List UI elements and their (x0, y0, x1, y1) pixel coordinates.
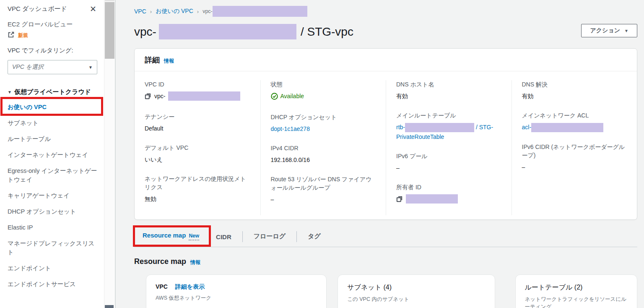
detail-label: IPv6 CIDR (ネットワークボーダーグループ) (522, 143, 628, 159)
sidebar-item-お使いの-vpc[interactable]: お使いの VPC (8, 103, 98, 112)
tab-resource-map[interactable]: Resource mapNew (134, 227, 208, 247)
sidebar-item-エンドポイントサービス[interactable]: エンドポイントサービス (8, 280, 98, 289)
new-badge: New (189, 233, 199, 240)
details-column: DNS 解決有効メインネットワーク ACLacl-IPv6 CIDR (ネットワ… (512, 80, 637, 215)
close-icon[interactable]: ✕ (90, 5, 96, 13)
detail-field: 状態Available (271, 80, 377, 102)
external-link-icon[interactable] (8, 31, 15, 40)
detail-label: IPv6 プール (396, 152, 502, 160)
scrollbar-thumb[interactable] (105, 2, 114, 59)
details-card: 詳細 情報 VPC IDvpc-テナンシーDefaultデフォルト VPCいいえ… (134, 48, 637, 220)
detail-value: 無効 (145, 194, 251, 204)
sidebar-section-vpc[interactable]: ▼ 仮想プライベートクラウド (8, 87, 98, 97)
card-title: VPC (156, 283, 168, 290)
card-title: サブネット (4) (347, 283, 485, 292)
status-available-icon (271, 93, 278, 100)
tab-タグ[interactable]: タグ (299, 227, 329, 247)
detail-field: VPC IDvpc- (145, 80, 251, 102)
detail-field: DHCP オプションセットdopt-1c1ae278 (271, 113, 377, 133)
breadcrumb-link-your-vpcs[interactable]: お使いの VPC (156, 8, 193, 15)
detail-label: IPv4 CIDR (271, 144, 377, 152)
details-grid: VPC IDvpc-テナンシーDefaultデフォルト VPCいいえネットワーク… (135, 71, 637, 219)
detail-label: デフォルト VPC (145, 144, 251, 152)
detail-field: IPv4 CIDR192.168.0.0/16 (271, 144, 377, 164)
scrollbar-up-button[interactable] (105, 0, 114, 1)
resource-map-card: VPC詳細を表示AWS 仮想ネットワーク (146, 274, 327, 308)
detail-value: acl- (522, 123, 628, 132)
detail-label: メインルートテーブル (396, 111, 502, 120)
detail-link[interactable]: dopt-1c1ae278 (271, 125, 310, 132)
detail-label: VPC ID (145, 80, 251, 89)
detail-value: Default (145, 124, 251, 133)
caret-down-icon: ▼ (88, 65, 93, 70)
sidebar-item-elastic-ip[interactable]: Elastic IP (8, 223, 98, 232)
tab-cidr[interactable]: CIDR (208, 228, 240, 247)
copy-value (396, 194, 458, 204)
resource-map-title: Resource map (134, 257, 186, 266)
detail-value: rtb- / STG-PrivateRouteTable (396, 123, 502, 141)
sidebar: VPC ダッシュボード ✕ EC2 グローバルビュー 新規 VPC でフィルタリ… (0, 0, 104, 308)
breadcrumb-link-vpc[interactable]: VPC (134, 8, 146, 15)
sidebar-item-dhcp-オプションセット[interactable]: DHCP オプションセット (8, 207, 98, 216)
sidebar-item-ec2-global-view[interactable]: EC2 グローバルビュー (8, 21, 98, 29)
details-title: 詳細 (145, 55, 160, 65)
sidebar-scrollbar[interactable] (104, 0, 115, 308)
sidebar-item-キャリアゲートウェイ[interactable]: キャリアゲートウェイ (8, 191, 98, 200)
card-title: ルートテーブル (2) (525, 283, 628, 292)
copy-icon[interactable] (396, 196, 403, 202)
detail-field: Route 53 リゾルバー DNS ファイアウォールルールグループ– (271, 175, 377, 204)
vpc-filter-placeholder: VPC を選択 (12, 63, 44, 71)
actions-button[interactable]: アクション ▼ (581, 24, 637, 37)
redaction (168, 91, 240, 101)
sidebar-item-エンドポイント[interactable]: エンドポイント (8, 264, 98, 273)
detail-value: – (522, 162, 628, 172)
tab-フローログ[interactable]: フローログ (245, 227, 294, 247)
detail-label: DNS 解決 (522, 80, 628, 89)
detail-value: – (271, 195, 377, 204)
breadcrumb: VPC › お使いの VPC › vpc- (134, 6, 637, 17)
resource-map-card: ルートテーブル (2)ネットワークトラフィックをリソースにルーティング (515, 274, 637, 308)
sidebar-item-egress-only-インターネットゲートウェイ[interactable]: Egress-only インターネットゲートウェイ (8, 167, 98, 184)
details-info-link[interactable]: 情報 (164, 57, 174, 65)
detail-value (396, 194, 502, 205)
caret-down-icon: ▼ (624, 29, 628, 33)
scrollbar-down-button[interactable] (105, 305, 114, 308)
card-subtitle: ネットワークトラフィックをリソースにルーティング (525, 295, 628, 308)
details-column: 状態AvailableDHCP オプションセットdopt-1c1ae278IPv… (260, 80, 386, 215)
breadcrumb-current: vpc- (203, 6, 307, 17)
resource-map-card: サブネット (4)この VPC 内のサブネット (338, 274, 495, 308)
detail-field: 所有者 ID (396, 183, 502, 205)
tab-separator (296, 231, 297, 242)
redaction (213, 6, 307, 17)
redaction (159, 24, 296, 39)
breadcrumb-separator-icon: › (197, 8, 199, 15)
detail-value: 192.168.0.0/16 (271, 155, 377, 164)
detail-link[interactable]: acl- (522, 124, 604, 131)
detail-value: 有効 (396, 91, 502, 101)
sidebar-nav-list: お使いの VPCサブネットルートテーブルインターネットゲートウェイEgress-… (8, 103, 98, 289)
detail-link[interactable]: rtb- / STG-PrivateRouteTable (396, 124, 493, 140)
detail-label: メインネットワーク ACL (522, 111, 628, 120)
redaction (531, 123, 603, 132)
new-badge: 新規 (18, 32, 28, 39)
details-column: DNS ホスト名有効メインルートテーブルrtb- / STG-PrivateRo… (386, 80, 512, 215)
show-details-link[interactable]: 詳細を表示 (175, 283, 205, 291)
detail-label: DNS ホスト名 (396, 80, 502, 89)
tab-bar: Resource mapNewCIDRフローログタグ (134, 227, 637, 247)
vpc-filter-select[interactable]: VPC を選択 ▼ (8, 60, 97, 74)
sidebar-item-マネージドプレフィックスリスト[interactable]: マネージドプレフィックスリスト (8, 239, 98, 257)
detail-label: DHCP オプションセット (271, 113, 377, 121)
main-content: VPC › お使いの VPC › vpc- vpc- / STG-vpc アクシ… (116, 0, 644, 308)
card-title-row: VPC詳細を表示 (156, 283, 317, 291)
copy-icon[interactable] (145, 93, 151, 99)
status-badge: Available (271, 91, 304, 101)
sidebar-item-ルートテーブル[interactable]: ルートテーブル (8, 135, 98, 144)
detail-label: テナンシー (145, 112, 251, 121)
resource-map-info-link[interactable]: 情報 (190, 259, 200, 266)
annotation-box-sidebar (0, 97, 103, 116)
sidebar-item-インターネットゲートウェイ[interactable]: インターネットゲートウェイ (8, 151, 98, 159)
detail-field: ネットワークアドレスの使用状況メトリクス無効 (145, 175, 251, 204)
detail-field: メインルートテーブルrtb- / STG-PrivateRouteTable (396, 111, 502, 141)
sidebar-item-サブネット[interactable]: サブネット (8, 119, 98, 128)
copy-value: vpc- (145, 91, 240, 101)
